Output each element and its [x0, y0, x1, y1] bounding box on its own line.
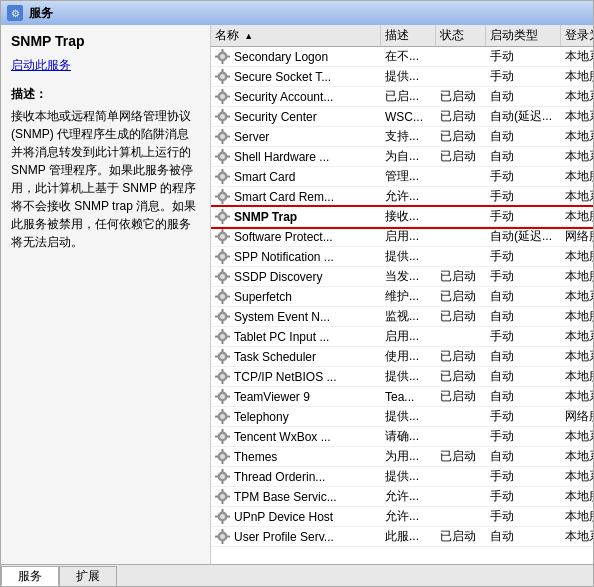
svg-rect-128 [222, 469, 224, 472]
bottom-tabs: 服务扩展 [1, 564, 593, 586]
table-row[interactable]: TeamViewer 9Tea...已启动自动本地系统 [211, 387, 593, 407]
cell-name: Smart Card Rem... [211, 188, 381, 206]
service-icon [215, 129, 231, 145]
table-row[interactable]: SNMP Trap接收...手动本地服务 [211, 207, 593, 227]
table-row[interactable]: TPM Base Servic...允许...手动本地服务 [211, 487, 593, 507]
svg-point-103 [220, 394, 225, 399]
svg-rect-131 [227, 475, 230, 477]
cell-logon: 本地服务 [561, 207, 593, 226]
table-row[interactable]: Smart Card管理...手动本地服务 [211, 167, 593, 187]
svg-rect-52 [215, 215, 218, 217]
cell-starttype: 自动 [486, 307, 561, 326]
cell-name: UPnP Device Host [211, 508, 381, 526]
cell-logon: 本地系统 [561, 447, 593, 466]
svg-rect-136 [215, 495, 218, 497]
start-service-link[interactable]: 启动此服务 [11, 58, 71, 72]
header-logon[interactable]: 登录为 [561, 25, 593, 46]
svg-rect-71 [227, 275, 230, 277]
service-icon [215, 509, 231, 525]
svg-rect-46 [215, 195, 218, 197]
header-name[interactable]: 名称 ▲ [211, 25, 381, 46]
table-row[interactable]: TCP/IP NetBIOS ...提供...已启动自动本地服务 [211, 367, 593, 387]
svg-rect-93 [222, 361, 224, 364]
tab-扩展[interactable]: 扩展 [59, 566, 117, 586]
svg-rect-39 [222, 181, 224, 184]
svg-point-55 [220, 234, 225, 239]
svg-rect-92 [222, 349, 224, 352]
cell-desc: 允许... [381, 507, 436, 526]
table-row[interactable]: Server支持...已启动自动本地系统 [211, 127, 593, 147]
svg-rect-14 [222, 89, 224, 92]
cell-status: 已启动 [436, 447, 486, 466]
cell-desc: 此服... [381, 527, 436, 546]
svg-rect-80 [222, 309, 224, 312]
cell-starttype: 手动 [486, 167, 561, 186]
table-row[interactable]: Security CenterWSC...已启动自动(延迟...本地系统 [211, 107, 593, 127]
table-row[interactable]: Shell Hardware ...为自...已启动自动本地系统 [211, 147, 593, 167]
cell-logon: 本地系统 [561, 327, 593, 346]
table-row[interactable]: System Event N...监视...已启动自动本地服务 [211, 307, 593, 327]
svg-rect-32 [222, 149, 224, 152]
cell-desc: WSC... [381, 109, 436, 125]
cell-logon: 本地系统 [561, 347, 593, 366]
table-row[interactable]: Security Account...已启...已启动自动本地系统 [211, 87, 593, 107]
table-row[interactable]: Superfetch维护...已启动自动本地系统 [211, 287, 593, 307]
right-panel: 名称 ▲ 描述 状态 启动类型 登录为 [211, 25, 593, 564]
header-starttype[interactable]: 启动类型 [486, 25, 561, 46]
table-row[interactable]: UPnP Device Host允许...手动本地服务 [211, 507, 593, 527]
cell-name: Secondary Logon [211, 48, 381, 66]
svg-point-67 [220, 274, 225, 279]
table-row[interactable]: Secondary Logon在不...手动本地系统 [211, 47, 593, 67]
table-row[interactable]: SSDP Discovery当发...已启动手动本地服务 [211, 267, 593, 287]
service-icon [215, 309, 231, 325]
cell-starttype: 手动 [486, 67, 561, 86]
cell-name: Secure Socket T... [211, 68, 381, 86]
header-status[interactable]: 状态 [436, 25, 486, 46]
svg-rect-26 [222, 129, 224, 132]
svg-rect-44 [222, 189, 224, 192]
table-row[interactable]: User Profile Serv...此服...已启动自动本地系统 [211, 527, 593, 547]
table-row[interactable]: Themes为用...已启动自动本地系统 [211, 447, 593, 467]
table-row[interactable]: Software Protect...启用...自动(延迟...网络服务 [211, 227, 593, 247]
svg-rect-47 [227, 195, 230, 197]
svg-point-121 [220, 454, 225, 459]
tab-服务[interactable]: 服务 [1, 566, 59, 586]
svg-rect-143 [227, 515, 230, 517]
service-icon [215, 49, 231, 65]
svg-rect-113 [227, 415, 230, 417]
svg-point-97 [220, 374, 225, 379]
table-row[interactable]: SPP Notification ...提供...手动本地服务 [211, 247, 593, 267]
table-body[interactable]: Secondary Logon在不...手动本地系统 Secure Socket… [211, 47, 593, 564]
table-row[interactable]: Task Scheduler使用...已启动自动本地系统 [211, 347, 593, 367]
svg-rect-130 [215, 475, 218, 477]
table-row[interactable]: Thread Orderin...提供...手动本地系统 [211, 467, 593, 487]
svg-point-37 [220, 174, 225, 179]
table-row[interactable]: Secure Socket T...提供...手动本地服务 [211, 67, 593, 87]
cell-desc: 维护... [381, 287, 436, 306]
cell-desc: 允许... [381, 487, 436, 506]
table-row[interactable]: Smart Card Rem...允许...手动本地系统 [211, 187, 593, 207]
svg-point-79 [220, 314, 225, 319]
svg-rect-11 [227, 75, 230, 77]
table-row[interactable]: Tablet PC Input ...启用...手动本地系统 [211, 327, 593, 347]
svg-rect-35 [227, 155, 230, 157]
cell-starttype: 手动 [486, 207, 561, 226]
cell-name: Software Protect... [211, 228, 381, 246]
cell-logon: 本地系统 [561, 287, 593, 306]
svg-rect-3 [222, 61, 224, 64]
table-row[interactable]: Telephony提供...手动网络服务 [211, 407, 593, 427]
table-row[interactable]: Tencent WxBox ...请确...手动本地系统 [211, 427, 593, 447]
cell-logon: 本地服务 [561, 247, 593, 266]
svg-rect-107 [227, 395, 230, 397]
cell-logon: 本地系统 [561, 387, 593, 406]
cell-starttype: 手动 [486, 487, 561, 506]
svg-rect-117 [222, 441, 224, 444]
header-desc[interactable]: 描述 [381, 25, 436, 46]
svg-rect-57 [222, 241, 224, 244]
svg-rect-116 [222, 429, 224, 432]
cell-starttype: 自动(延迟... [486, 227, 561, 246]
svg-rect-141 [222, 521, 224, 524]
svg-rect-20 [222, 109, 224, 112]
svg-point-49 [220, 214, 225, 219]
svg-rect-40 [215, 175, 218, 177]
